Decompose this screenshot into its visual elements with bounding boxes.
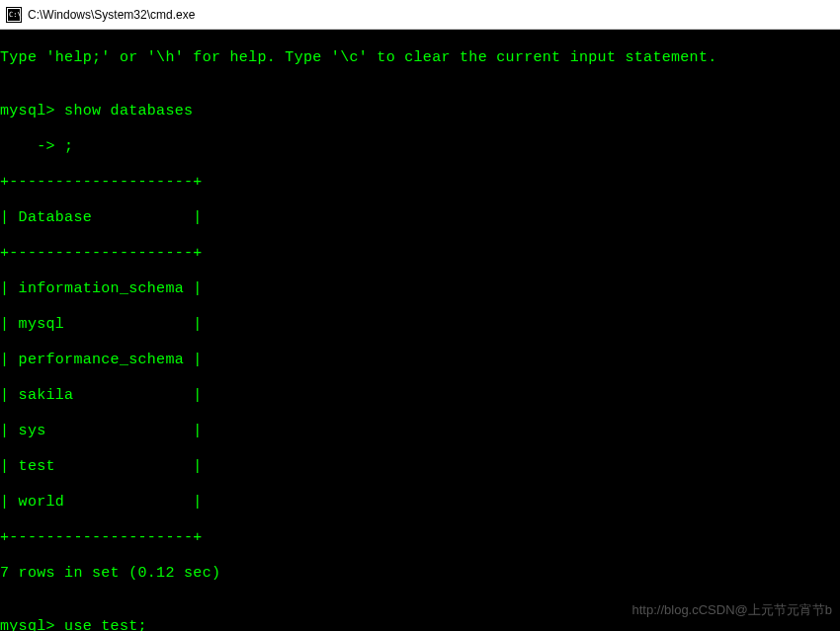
table-row: | test | bbox=[0, 458, 840, 476]
table-border: +--------------------+ bbox=[0, 529, 840, 547]
cmd-icon: C:\ bbox=[6, 7, 22, 23]
terminal-output[interactable]: Type 'help;' or '\h' for help. Type '\c'… bbox=[0, 30, 840, 631]
watermark-text: http://blog.cCSDN@上元节元宵节b bbox=[632, 601, 832, 619]
table-row: | sakila | bbox=[0, 387, 840, 405]
table-row: | sys | bbox=[0, 423, 840, 440]
result-summary: 7 rows in set (0.12 sec) bbox=[0, 565, 840, 583]
table-border: +--------------------+ bbox=[0, 174, 840, 192]
table-row: | world | bbox=[0, 494, 840, 512]
help-line: Type 'help;' or '\h' for help. Type '\c'… bbox=[0, 49, 840, 67]
table-row: | information_schema | bbox=[0, 280, 840, 298]
table-header: | Database | bbox=[0, 209, 840, 227]
table-row: | mysql | bbox=[0, 316, 840, 334]
table-row: | performance_schema | bbox=[0, 352, 840, 369]
prompt-continuation: -> ; bbox=[0, 138, 840, 156]
prompt-line: mysql> show databases bbox=[0, 103, 840, 120]
window-title: C:\Windows\System32\cmd.exe bbox=[28, 8, 195, 22]
prompt-line: mysql> use test; bbox=[0, 618, 840, 631]
svg-text:C:\: C:\ bbox=[9, 11, 22, 19]
table-border: +--------------------+ bbox=[0, 245, 840, 263]
window-titlebar: C:\ C:\Windows\System32\cmd.exe bbox=[0, 0, 840, 30]
